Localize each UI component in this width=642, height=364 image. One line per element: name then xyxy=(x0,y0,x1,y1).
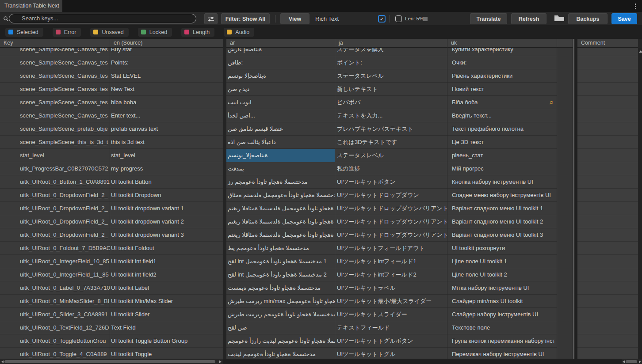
rich-text-checkbox[interactable]: ✓ xyxy=(378,15,386,23)
comment-cell[interactable] xyxy=(577,202,638,215)
ar-cell[interactable]: نقاط: xyxy=(226,56,335,69)
uk-cell[interactable]: Група кнопок перемикання набору інст xyxy=(447,334,557,348)
comment-cell[interactable] xyxy=(577,242,638,255)
ar-cell[interactable]: متغير القائمة المنسدلة لمجموعة أدوات واج… xyxy=(226,228,335,242)
horizontal-scrollbar-left-thumb[interactable] xyxy=(4,360,215,363)
horizontal-scrollbar-comment[interactable] xyxy=(622,359,642,364)
ja-cell[interactable]: UIツールキット最小/最大スライダー xyxy=(335,295,447,308)
ar-cell[interactable]: متغير القائمة المنسدلة لمجموعة أدوات واج… xyxy=(226,202,335,215)
key-cell[interactable]: scene_SampleScene_Canvas_tes xyxy=(0,109,110,122)
ja-cell[interactable]: テキストフィールド xyxy=(335,321,447,334)
comment-cell[interactable] xyxy=(577,348,638,359)
comment-cell[interactable] xyxy=(577,162,638,175)
ar-cell[interactable]: أدخل نصا... xyxy=(226,109,335,122)
ja-cell[interactable]: ステータスレベル xyxy=(335,149,447,162)
horizontal-scrollbar-comment-thumb[interactable] xyxy=(626,360,637,363)
ja-cell[interactable]: ポイント: xyxy=(335,56,447,69)
ar-cell[interactable]: شريط تمرير مجموعة أدوات واجهة المستخدم xyxy=(226,308,335,321)
en-source-cell[interactable]: UI toolkit Dropdown xyxy=(110,189,223,202)
key-cell[interactable]: uitk_UIRoot_0_Label_0_7A33A710 xyxy=(0,281,110,295)
ja-cell[interactable]: UIツールキットintフィールド2 xyxy=(335,268,447,281)
uk-cell[interactable]: Мітка набору інструментів UI xyxy=(447,281,557,295)
ar-cell[interactable]: طي مجموعة أدوات واجهة المستخدم xyxy=(226,242,335,255)
ja-cell[interactable]: UIツールキットトグルボタン xyxy=(335,334,447,348)
ja-cell[interactable]: 新しいテキスト xyxy=(335,83,447,96)
ja-cell[interactable]: ステータスレベル xyxy=(335,69,447,83)
en-source-cell[interactable]: Points: xyxy=(110,56,223,69)
column-header-ja[interactable]: ja xyxy=(335,39,447,48)
uk-cell[interactable]: UI toolkit розгорнути xyxy=(447,242,557,255)
uk-cell[interactable]: Слайдер набору інструментів UI xyxy=(447,308,557,321)
horizontal-scrollbar-left[interactable] xyxy=(0,359,223,364)
filter-show-all-button[interactable]: Filter: Show All xyxy=(221,13,270,24)
vertical-scrollbar[interactable] xyxy=(638,48,642,359)
ja-cell[interactable]: ステータスを購入 xyxy=(335,48,447,56)
en-source-cell[interactable]: UI toolkit Label xyxy=(110,281,223,295)
ar-cell[interactable]: تقدمي xyxy=(226,162,335,175)
key-cell[interactable]: uitk_UIRoot_0_IntegerField_10_85 xyxy=(0,255,110,268)
scroll-left-arrow-icon[interactable] xyxy=(1,360,4,363)
column-header-key[interactable]: Key xyxy=(0,39,110,48)
en-source-cell[interactable]: biba boba xyxy=(110,96,223,109)
comment-scroll-left-arrow-icon[interactable] xyxy=(623,360,625,363)
key-cell[interactable]: uitk_UIRoot_0_DropdownField_2_ xyxy=(0,215,110,228)
ar-cell[interactable]: متغير القائمة المنسدلة لمجموعة أدوات واج… xyxy=(226,215,335,228)
key-cell[interactable]: scene_SampleScene_Canvas_tes xyxy=(0,83,110,96)
comment-cell[interactable] xyxy=(577,281,638,295)
ja-cell[interactable]: 私の進捗 xyxy=(335,162,447,175)
en-source-cell[interactable]: UI toolkit Button xyxy=(110,175,223,189)
key-cell[interactable]: uitk_UIRoot_0_TextField_12_726D xyxy=(0,321,110,334)
save-button[interactable]: Save xyxy=(611,13,637,24)
ar-cell[interactable]: تسمية مجموعة أدوات واجهة المستخدم xyxy=(226,281,335,295)
backups-button[interactable]: Backups xyxy=(568,13,608,24)
len-checkbox[interactable] xyxy=(395,15,402,22)
column-header-comment[interactable]: Comment xyxy=(577,39,638,48)
uk-cell[interactable]: Ціле поле UI toolkit 2 xyxy=(447,268,557,281)
ja-cell[interactable]: UIツールキットフォールドアウト xyxy=(335,242,447,255)
scroll-right-arrow-icon[interactable] xyxy=(219,360,222,363)
ar-cell[interactable]: شريط تمرير min/max لمجموعة أدوات واجهة ا… xyxy=(226,295,335,308)
uk-cell[interactable]: Слайдер min/max UI toolkit xyxy=(447,295,557,308)
ja-cell[interactable]: ビバボバ xyxy=(335,96,447,109)
en-source-cell[interactable]: this is 3d text xyxy=(110,136,223,149)
column-header-uk[interactable]: uk xyxy=(447,39,557,48)
uk-cell[interactable]: Біба боба♫ xyxy=(447,96,557,109)
en-source-cell[interactable]: my-progress xyxy=(110,162,223,175)
ja-cell[interactable]: プレハブキャンバステキスト xyxy=(335,122,447,136)
comment-cell[interactable] xyxy=(577,189,638,202)
comment-cell[interactable] xyxy=(577,255,638,268)
key-cell[interactable]: uitk_ProgressBar_C0B27070C572 xyxy=(0,162,110,175)
uk-cell[interactable]: Кнопка набору інструментів UI xyxy=(447,175,557,189)
ar-cell[interactable]: حقل نص xyxy=(226,321,335,334)
en-source-cell[interactable]: UI toolkit dropdown variant 2 xyxy=(110,215,223,228)
ar-cell[interactable]: زر مجموعة أدوات واجهة المستخدم xyxy=(226,175,335,189)
uk-cell[interactable]: Перемикач набору інструментів UI xyxy=(447,348,557,359)
ja-cell[interactable]: UIツールキットスライダー xyxy=(335,308,447,321)
comment-cell[interactable] xyxy=(577,122,638,136)
key-cell[interactable]: uitk_UIRoot_0_DropdownField_2_ xyxy=(0,189,110,202)
key-cell[interactable]: uitk_UIRoot_0_Foldout_7_D5B9AC xyxy=(0,242,110,255)
key-cell[interactable]: uitk_UIRoot_0_Button_1_C0A8891 xyxy=(0,175,110,189)
uk-cell[interactable]: Це 3D текст xyxy=(447,136,557,149)
ar-cell[interactable]: حقل int لمجموعة أدوات واجهة المستخدم 2 xyxy=(226,268,335,281)
key-cell[interactable]: scene_SampleScene_Canvas_tes xyxy=(0,56,110,69)
ja-cell[interactable]: UIツールキットボタン xyxy=(335,175,447,189)
uk-cell[interactable]: Мій прогрес xyxy=(447,162,557,175)
len-slider-knob[interactable] xyxy=(423,17,428,21)
uk-cell[interactable]: Рівень характеристики xyxy=(447,69,557,83)
en-source-cell[interactable]: UI toolkit dropdown variant 3 xyxy=(110,228,223,242)
key-cell[interactable]: scene_SampleScene_this_is_3d_t xyxy=(0,136,110,149)
ja-cell[interactable]: UIツールキットドロップダウンバリアント3 xyxy=(335,228,447,242)
key-cell[interactable]: uitk_UIRoot_0_Toggle_4_C0A889 xyxy=(0,348,110,359)
translate-button[interactable]: Translate xyxy=(470,13,507,24)
uk-cell[interactable]: Текстове поле xyxy=(447,321,557,334)
en-source-cell[interactable]: Buy stat xyxy=(110,48,223,56)
comment-cell[interactable] xyxy=(577,136,638,149)
filter-sliders-button[interactable] xyxy=(204,13,218,24)
key-cell[interactable]: stat_level xyxy=(0,149,110,162)
comment-cell[interactable] xyxy=(577,308,638,321)
comment-cell[interactable] xyxy=(577,175,638,189)
key-cell[interactable]: uitk_UIRoot_0_DropdownField_2_ xyxy=(0,202,110,215)
uk-cell[interactable]: Очки: xyxy=(447,56,557,69)
key-cell[interactable]: scene_SampleScene_Canvas_tes xyxy=(0,69,110,83)
